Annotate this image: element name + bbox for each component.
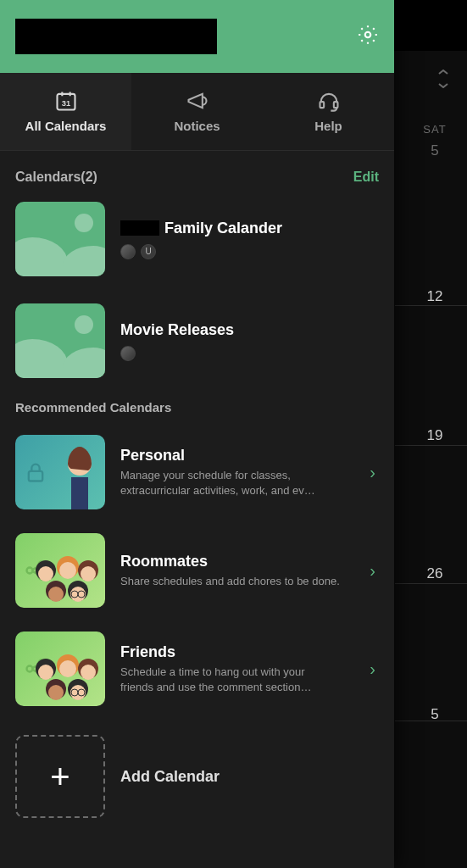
lock-icon: [24, 460, 47, 484]
date-cell[interactable]: 5: [409, 142, 460, 159]
person-illustration: [59, 443, 100, 509]
recommended-thumbnail: [15, 533, 105, 608]
plus-icon: +: [15, 735, 105, 818]
date-cell[interactable]: 26: [409, 565, 460, 582]
member-avatars: [120, 346, 379, 361]
chevron-right-icon: ›: [370, 659, 379, 679]
avatar: [120, 346, 136, 361]
background-calendar: [391, 51, 467, 868]
sidebar: 31 All Calendars Notices Help Calendars(…: [0, 0, 394, 868]
group-illustration: [31, 550, 103, 608]
recommended-desc: Share schedules and add chores to be don…: [120, 574, 341, 589]
svg-point-18: [48, 587, 64, 602]
recommended-info: Roommates Share schedules and add chores…: [120, 553, 354, 589]
svg-point-12: [38, 566, 53, 581]
recommended-desc: Manage your schedule for classes, extrac…: [120, 468, 341, 498]
svg-point-29: [59, 660, 76, 677]
recommended-info: Personal Manage your schedule for classe…: [120, 447, 354, 498]
member-avatars: U: [120, 244, 379, 259]
tab-label: Notices: [174, 119, 220, 133]
calendar-thumbnail: [15, 202, 105, 276]
svg-point-0: [365, 32, 371, 38]
calendars-title: Calendars(2): [15, 170, 97, 185]
weekday-label: SAT: [409, 123, 460, 136]
recommended-info: Friends Schedule a time to hang out with…: [120, 643, 354, 694]
tab-help[interactable]: Help: [263, 73, 394, 150]
calendar-name: Movie Releases: [120, 321, 379, 339]
tab-all-calendars[interactable]: 31 All Calendars: [0, 73, 131, 150]
svg-point-27: [38, 665, 53, 680]
chevron-right-icon: ›: [370, 561, 379, 581]
tab-notices[interactable]: Notices: [131, 73, 263, 150]
header: [0, 0, 394, 73]
calendar-icon: 31: [53, 88, 79, 114]
tab-label: All Calendars: [25, 119, 107, 133]
gear-icon: [357, 24, 379, 46]
group-illustration: [31, 648, 103, 706]
recommended-title: Recommended Calendars: [0, 397, 394, 430]
headset-icon: [316, 88, 342, 114]
svg-text:31: 31: [61, 99, 69, 108]
recommended-name: Roommates: [120, 553, 354, 570]
redacted-text: [120, 220, 159, 236]
svg-rect-3: [320, 102, 324, 108]
app-logo-redacted: [15, 19, 217, 54]
chevron-right-icon: ›: [370, 463, 379, 482]
tab-bar: 31 All Calendars Notices Help: [0, 73, 394, 151]
calendars-section-header: Calendars(2) Edit: [0, 151, 394, 193]
svg-point-16: [81, 566, 96, 581]
svg-point-14: [59, 562, 76, 579]
recommended-name: Friends: [120, 643, 354, 661]
svg-point-33: [48, 685, 64, 700]
date-cell[interactable]: 19: [409, 427, 460, 444]
calendar-item[interactable]: Movie Releases: [15, 295, 379, 397]
svg-rect-6: [71, 477, 88, 509]
calendar-info: Family Calander U: [120, 220, 379, 259]
calendar-name: Family Calander: [120, 220, 379, 237]
add-calendar-button[interactable]: + Add Calendar: [0, 725, 394, 837]
recommended-item-roommates[interactable]: Roommates Share schedules and add chores…: [0, 528, 394, 626]
recommended-item-personal[interactable]: Personal Manage your schedule for classe…: [0, 430, 394, 528]
calendar-info: Movie Releases: [120, 321, 379, 361]
date-cell[interactable]: 5: [409, 706, 460, 723]
svg-rect-4: [333, 102, 337, 108]
add-calendar-label: Add Calendar: [120, 768, 220, 786]
avatar: U: [141, 244, 156, 259]
recommended-name: Personal: [120, 447, 354, 465]
calendar-thumbnail: [15, 303, 105, 378]
avatar: [120, 244, 136, 259]
calendar-list: Family Calander U Movie Releases: [0, 193, 394, 397]
calendar-item[interactable]: Family Calander U: [15, 193, 379, 295]
recommended-thumbnail: [15, 632, 105, 706]
recommended-item-friends[interactable]: Friends Schedule a time to hang out with…: [0, 626, 394, 725]
settings-button[interactable]: [357, 24, 379, 49]
svg-rect-5: [29, 471, 42, 481]
date-cell[interactable]: 12: [409, 288, 460, 305]
svg-point-31: [81, 665, 96, 680]
recommended-thumbnail: [15, 435, 105, 509]
megaphone-icon: [185, 88, 210, 114]
recommended-desc: Schedule a time to hang out with your fr…: [120, 665, 341, 694]
tab-label: Help: [314, 119, 342, 133]
edit-button[interactable]: Edit: [353, 170, 379, 185]
